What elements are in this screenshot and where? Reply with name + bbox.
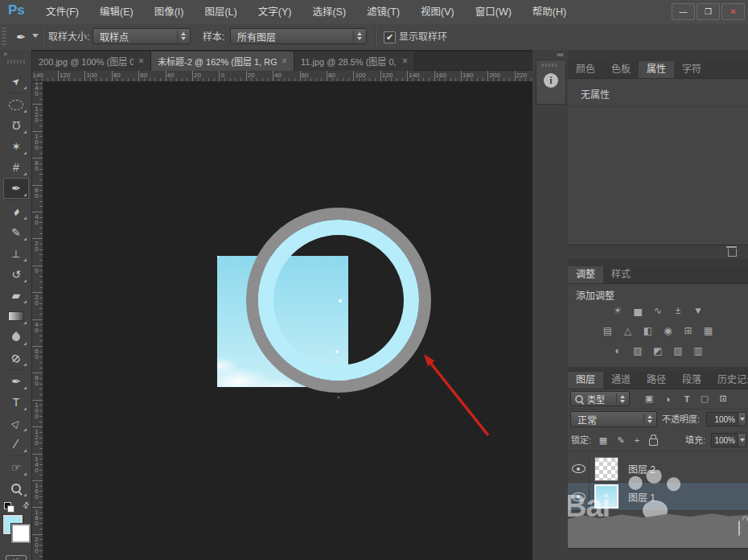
clone-stamp-tool[interactable]: ⊥	[3, 243, 29, 264]
tool-preset-caret-icon[interactable]	[32, 34, 39, 38]
toolbar-grip[interactable]	[7, 60, 25, 64]
collapse-panels-icon[interactable]: ««	[557, 51, 563, 59]
blend-mode-dropdown[interactable]: 正常	[570, 411, 657, 427]
type-tool[interactable]: T	[3, 392, 29, 413]
menu-item[interactable]: 图层(L)	[194, 0, 247, 24]
panel-tab[interactable]: 通道	[603, 372, 639, 389]
move-tool[interactable]: ➤	[3, 71, 29, 92]
adjustment-icon[interactable]: ▨	[630, 344, 646, 357]
close-tab-icon[interactable]: ×	[402, 56, 408, 67]
panel-tab[interactable]: 调整	[568, 266, 603, 283]
quick-mask-button[interactable]	[6, 555, 27, 560]
gradient-tool[interactable]	[3, 306, 29, 327]
fill-value[interactable]: 100%	[711, 433, 738, 447]
adjustment-layer-filter-icon[interactable]: ◑	[660, 392, 675, 406]
panel-tab[interactable]: 段落	[674, 372, 709, 389]
crop-tool[interactable]: #	[3, 157, 29, 178]
lock-paint-icon[interactable]: ✎	[614, 430, 627, 451]
eyedropper-tool[interactable]: ✒	[3, 178, 29, 199]
circle-ring-outer[interactable]	[246, 208, 431, 393]
adjustment-icon[interactable]: ±	[670, 303, 686, 317]
pixel-layer-filter-icon[interactable]: ▣	[642, 392, 656, 406]
layer-visibility-toggle[interactable]	[568, 455, 590, 482]
adjustment-icon[interactable]: ▥	[690, 344, 706, 357]
adjustment-icon[interactable]: ◧	[640, 323, 656, 337]
lock-move-icon[interactable]: +	[631, 430, 643, 451]
panel-tab[interactable]: 字符	[674, 61, 709, 78]
default-colors-icon[interactable]	[4, 502, 11, 509]
line-tool[interactable]: ∕	[3, 434, 29, 455]
lasso-tool[interactable]: Ω	[3, 115, 29, 136]
type-layer-filter-icon[interactable]: T	[680, 392, 694, 406]
canvas[interactable]	[43, 82, 532, 560]
elliptical-marquee-tool[interactable]	[3, 94, 29, 115]
menu-item[interactable]: 文字(Y)	[248, 0, 302, 24]
opacity-value[interactable]: 100%	[706, 412, 738, 426]
menu-item[interactable]: 文件(F)	[35, 0, 89, 24]
adjustment-icon[interactable]: ▼	[690, 303, 706, 317]
shape-layer-filter-icon[interactable]: ▢	[697, 392, 712, 406]
panel-tab[interactable]: 色板	[603, 61, 639, 78]
close-tab-icon[interactable]: ×	[282, 56, 287, 67]
adjustment-icon[interactable]: △	[620, 323, 636, 337]
document-tab[interactable]: 11.jpg @ 28.5% (图层 0, ... ×	[294, 51, 415, 71]
info-panel-dock[interactable]: i	[536, 60, 566, 105]
zoom-tool[interactable]	[3, 478, 29, 499]
menu-item[interactable]: 图像(I)	[144, 0, 195, 24]
fill-dropdown-arrow[interactable]	[738, 433, 746, 447]
show-sampling-ring-checkbox[interactable]: ✔	[384, 31, 396, 43]
delete-icon[interactable]	[728, 249, 737, 257]
menu-item[interactable]: 滤镜(T)	[356, 0, 410, 24]
adjustment-icon[interactable]: ◐	[610, 344, 626, 357]
healing-brush-tool[interactable]: ▰	[3, 201, 29, 222]
menu-item[interactable]: 视图(V)	[410, 0, 465, 24]
eyedropper-tool-icon[interactable]: ✒	[11, 27, 31, 47]
panel-tab[interactable]: 路径	[639, 372, 674, 389]
menu-item[interactable]: 帮助(H)	[522, 0, 577, 24]
panel-tab[interactable]: 颜色	[568, 61, 603, 78]
panel-tab[interactable]: 图层	[568, 372, 603, 389]
toolbar-collapse-icon[interactable]: »	[3, 50, 7, 58]
panel-tab[interactable]: 样式	[603, 266, 639, 283]
brush-tool[interactable]: ✎	[3, 222, 29, 243]
history-brush-tool[interactable]: ↺	[3, 264, 29, 285]
sample-layers-dropdown[interactable]: 所有图层	[230, 28, 367, 44]
document-tab-active[interactable]: 未标题-2 @ 162% (图层 1, RGB/8) * ×	[151, 51, 294, 71]
close-button[interactable]: ✕	[721, 3, 745, 20]
layer-thumbnail[interactable]	[594, 457, 619, 481]
opacity-dropdown-arrow[interactable]	[738, 412, 746, 426]
adjustment-icon[interactable]: ▅	[630, 303, 646, 317]
magic-wand-tool[interactable]: ✶	[3, 136, 29, 157]
adjustment-icon[interactable]: ▧	[670, 344, 686, 357]
maximize-button[interactable]: ❐	[697, 3, 720, 20]
menu-item[interactable]: 选择(S)	[302, 0, 356, 24]
path-selection-tool[interactable]: ▷	[3, 413, 29, 434]
adjustment-icon[interactable]: ∿	[650, 303, 666, 317]
panel-tab[interactable]: 属性	[639, 61, 674, 78]
menu-item[interactable]: 窗口(W)	[465, 0, 522, 24]
document-tab[interactable]: 200.jpg @ 100% (图层 0, ... ×	[32, 51, 151, 71]
close-tab-icon[interactable]: ×	[138, 56, 144, 67]
adjustment-icon[interactable]: ☀	[610, 303, 626, 317]
background-color-swatch[interactable]	[11, 524, 31, 543]
layer-filter-type-dropdown[interactable]: 类型	[570, 391, 630, 406]
swap-colors-icon[interactable]: ⇄	[20, 500, 31, 511]
lock-transparency-icon[interactable]: ▦	[597, 430, 610, 451]
eraser-tool[interactable]: ▰	[3, 285, 29, 306]
pen-tool[interactable]: ✒	[3, 371, 29, 392]
vertical-ruler[interactable]: 1401201008060402002040608010012014016018…	[32, 82, 43, 560]
smart-object-filter-icon[interactable]: ⊡	[716, 392, 730, 406]
dodge-tool[interactable]: Φ	[3, 348, 29, 369]
info-panel-icon[interactable]: i	[544, 73, 558, 88]
adjustment-icon[interactable]: ◉	[660, 323, 676, 337]
horizontal-ruler[interactable]: 1401201008060402002040608010012014016018…	[32, 71, 532, 82]
adjustment-icon[interactable]: ▤	[600, 323, 616, 337]
menu-item[interactable]: 编辑(E)	[89, 0, 144, 24]
hand-tool[interactable]: ☞	[3, 457, 29, 478]
panel-tab[interactable]: 历史记录	[709, 372, 748, 389]
lock-all-icon[interactable]	[647, 430, 660, 451]
minimize-button[interactable]: —	[672, 3, 695, 20]
adjustment-icon[interactable]: ◩	[650, 344, 666, 357]
sample-size-dropdown[interactable]: 取样点	[92, 28, 191, 44]
options-bar-grip[interactable]	[2, 27, 6, 47]
